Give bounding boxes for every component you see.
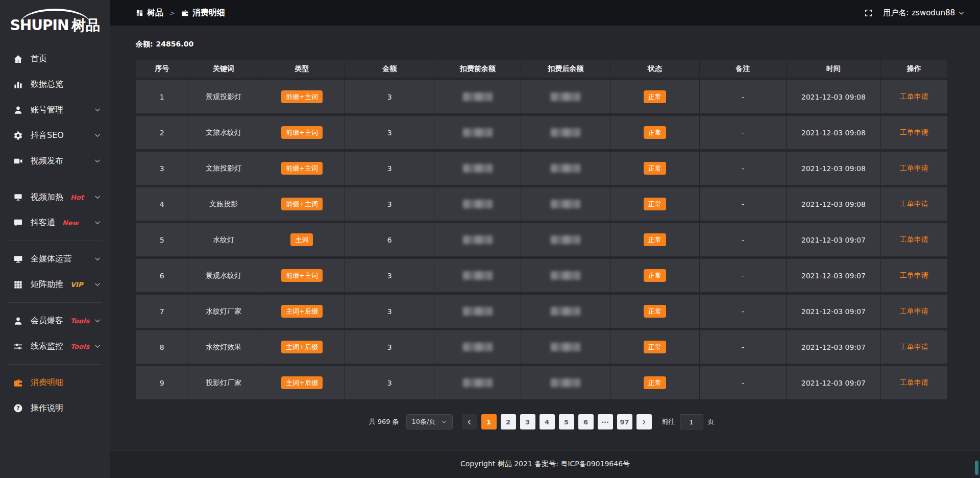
sidebar-item-consumption-detail[interactable]: 消费明细 [0,370,110,395]
cell-type: 前缀+主词 [259,187,346,221]
cell-action: 工单申请 [881,259,947,292]
sidebar-item-home[interactable]: 首页 [0,46,110,71]
sidebar-item-badge: Hot [70,194,84,201]
sidebar-item-label: 数据总览 [31,79,63,90]
member-icon [13,316,23,326]
grid-icon [13,280,23,290]
table-row: 1景观投影灯前缀+主词3正常-2021-12-03 09:08工单申请 [136,80,947,113]
cell-index: 6 [136,259,188,292]
column-header: 时间 [787,60,880,78]
sidebar-item-label: 操作说明 [31,403,63,414]
redacted-balance-before [463,343,493,351]
cell-remark: - [700,187,787,221]
sidebar-item-matrix-boost[interactable]: 矩阵助推VIP [0,272,110,297]
cell-keyword: 投影灯厂家 [188,366,259,399]
redacted-balance-before [463,128,493,137]
redacted-balance-before [463,164,493,173]
sidebar-item-video-heat[interactable]: 视频加热Hot [0,184,110,210]
cell-keyword: 水纹灯厂家 [188,295,259,328]
cell-status: 正常 [610,223,700,256]
cell-balance-after [521,223,610,256]
cell-amount: 3 [345,152,434,185]
sidebar-item-label: 全媒体运营 [31,254,71,265]
sidebar-item-label: 线索监控 [31,341,63,352]
pagination: 共 969 条 10条/页 123456···97 前往 页 [136,414,947,429]
next-page-button[interactable] [636,414,652,429]
cell-type: 主词 [259,223,346,256]
redacted-balance-after [551,343,580,351]
redacted-balance-after [551,378,580,387]
scrollbar-thumb[interactable] [975,461,978,475]
username-value: zswodun88 [912,8,955,17]
cell-status: 正常 [610,366,700,399]
cell-balance-after [521,295,610,328]
ticket-apply-link[interactable]: 工单申请 [900,343,928,351]
page-button-2[interactable]: 2 [501,414,516,429]
monitor-icon [13,254,23,264]
cell-action: 工单申请 [881,187,947,221]
cell-amount: 3 [345,259,434,292]
sidebar-item-clue-monitor[interactable]: 线索监控Tools [0,333,110,359]
chevron-down-icon [94,343,101,350]
wallet-icon [181,9,189,17]
redacted-balance-after [551,164,580,173]
ticket-apply-link[interactable]: 工单申请 [900,200,928,208]
sidebar-item-operation-guide[interactable]: ?操作说明 [0,395,110,421]
ticket-apply-link[interactable]: 工单申请 [900,378,928,387]
table-row: 6景观水纹灯前缀+主词3正常-2021-12-03 09:07工单申请 [136,259,947,292]
cell-remark: - [700,152,787,185]
table-row: 7水纹灯厂家主词+后缀3正常-2021-12-03 09:07工单申请 [136,295,947,328]
cell-keyword: 水纹灯效果 [188,330,259,364]
fullscreen-icon[interactable] [864,9,873,17]
sidebar-item-member-burst[interactable]: 会员爆客Tools [0,308,110,333]
breadcrumb-item-root[interactable]: 树品 [136,8,163,18]
type-badge: 前缀+主词 [281,90,323,103]
cell-balance-after [521,330,610,364]
ticket-apply-link[interactable]: 工单申请 [900,128,928,136]
more-pages-button[interactable]: ··· [598,414,613,429]
sidebar-item-video-publish[interactable]: 视频发布 [0,148,110,174]
status-badge: 正常 [644,90,666,103]
chevron-down-icon [94,106,101,113]
sidebar-item-douyin-seo[interactable]: 抖音SEO [0,123,110,148]
table-row: 5水纹灯主词6正常-2021-12-03 09:07工单申请 [136,223,947,256]
cell-remark: - [700,295,787,328]
cell-status: 正常 [610,259,700,292]
page-button-1[interactable]: 1 [481,414,497,429]
cell-status: 正常 [610,330,700,364]
balance: 余额:24856.00 [136,26,947,58]
cell-type: 主词+后缀 [259,330,346,364]
page-button-5[interactable]: 5 [559,414,574,429]
ticket-apply-link[interactable]: 工单申请 [900,164,928,172]
redacted-balance-after [551,235,580,244]
column-header: 状态 [610,60,700,78]
ticket-apply-link[interactable]: 工单申请 [900,92,928,101]
page-button-97[interactable]: 97 [617,414,632,429]
page-button-3[interactable]: 3 [520,414,535,429]
goto-page-input[interactable] [680,414,703,429]
page-button-6[interactable]: 6 [578,414,594,429]
sidebar-item-douketong[interactable]: 抖客通New [0,210,110,235]
breadcrumb-root-label: 树品 [147,8,163,18]
menu-divider [8,241,102,241]
cell-remark: - [700,80,787,113]
sidebar-item-media-operation[interactable]: 全媒体运营 [0,246,110,272]
balance-label: 余额: [136,40,153,48]
chevron-down-icon [94,255,101,262]
column-header: 金额 [345,60,434,78]
ticket-apply-link[interactable]: 工单申请 [900,307,928,315]
breadcrumb-item-current[interactable]: 消费明细 [181,8,225,18]
cell-balance-before [434,330,521,364]
prev-page-button[interactable] [462,414,477,429]
page-size-select[interactable]: 10条/页 [406,414,453,429]
ticket-apply-link[interactable]: 工单申请 [900,271,928,279]
sidebar-item-account-manage[interactable]: 账号管理 [0,97,110,123]
breadcrumb-separator: > [169,9,175,17]
cell-balance-after [521,116,610,149]
page-button-4[interactable]: 4 [540,414,555,429]
redacted-balance-after [551,128,580,137]
ticket-apply-link[interactable]: 工单申请 [900,235,928,244]
user-menu[interactable]: 用户名: zswodun88 [883,8,965,18]
chevron-left-icon [466,419,473,425]
sidebar-item-data-overview[interactable]: 数据总览 [0,71,110,97]
